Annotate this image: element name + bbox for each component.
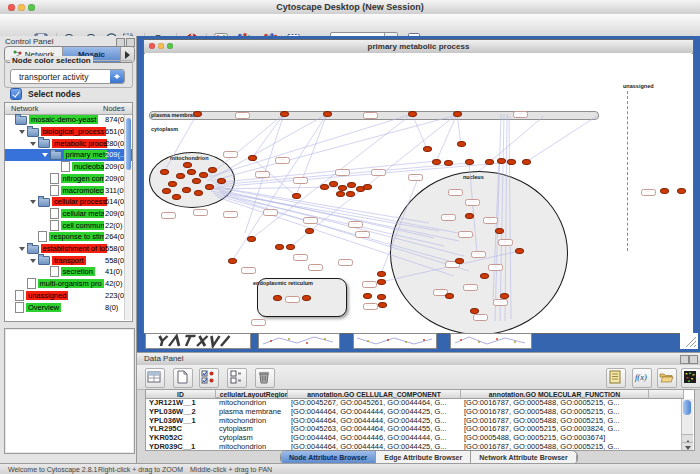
graph-node[interactable] xyxy=(495,228,504,234)
select-all-attributes-icon[interactable] xyxy=(199,368,219,388)
tree-row[interactable]: metabolic process280(0) xyxy=(5,137,133,149)
window-resize-grip[interactable] xyxy=(680,333,698,349)
graph-node[interactable] xyxy=(172,194,181,200)
column-header[interactable]: ID xyxy=(146,390,216,399)
table-cell[interactable]: [GO:0044464, GO:0044444, GO:0044425, G..… xyxy=(288,417,461,426)
close-data-panel-icon[interactable] xyxy=(689,355,698,364)
graph-node[interactable] xyxy=(168,181,177,187)
table-cell[interactable]: mitochondrion xyxy=(216,417,288,426)
table-cell[interactable]: [GO:0016787, GO:0005215, GO:0003824, G..… xyxy=(461,425,649,434)
tree-scrollbar[interactable] xyxy=(124,115,131,320)
column-header[interactable]: annotation.GO CELLULAR_COMPONENT xyxy=(288,390,461,399)
table-cell[interactable]: mitochondrion xyxy=(216,399,288,408)
graph-node[interactable] xyxy=(248,155,257,161)
tree-row[interactable]: cellular process614(0) xyxy=(5,196,133,208)
table-scroll-thumb[interactable] xyxy=(683,400,691,415)
graph-node[interactable] xyxy=(347,182,356,188)
table-cell[interactable]: YLR295C xyxy=(146,425,216,434)
graph-node[interactable] xyxy=(377,271,386,277)
zoom-window-icon[interactable] xyxy=(28,4,35,11)
minimize-icon[interactable] xyxy=(18,4,25,11)
graph-node[interactable] xyxy=(444,160,453,166)
graph-node[interactable] xyxy=(363,184,372,190)
expander-icon[interactable] xyxy=(17,126,27,137)
table-row[interactable]: YPL036W__2plasma membrane[GO:0044464, GO… xyxy=(146,408,694,417)
minimized-window-thumbnail[interactable] xyxy=(450,333,532,349)
table-cell[interactable]: mitochondrion xyxy=(216,443,288,451)
notepad-icon[interactable] xyxy=(606,368,626,388)
table-cell[interactable]: cytoplasm xyxy=(216,434,288,443)
table-cell[interactable]: [GO:0005488, GO:0005215, GO:0003674] xyxy=(461,434,649,443)
graph-node[interactable] xyxy=(162,188,171,194)
graph-node[interactable] xyxy=(205,184,214,190)
expander-icon[interactable] xyxy=(17,243,27,254)
graph-node[interactable] xyxy=(208,167,217,173)
graph-node[interactable] xyxy=(320,184,329,190)
graph-node[interactable] xyxy=(660,188,669,194)
graph-node[interactable] xyxy=(346,191,355,197)
graph-node[interactable] xyxy=(480,273,489,279)
graph-node[interactable] xyxy=(378,302,387,308)
graph-node[interactable] xyxy=(465,213,474,219)
tree-row[interactable]: cell communicat22(0) xyxy=(5,219,133,231)
table-cell[interactable]: plasma membrane xyxy=(216,408,288,417)
graph-node[interactable] xyxy=(302,295,311,301)
table-row[interactable]: YJR121W__1mitochondrion[GO:0045267, GO:0… xyxy=(146,399,694,408)
tree-row[interactable]: nitrogen compou209(0) xyxy=(5,173,133,185)
graph-node[interactable] xyxy=(192,178,201,184)
tree-scroll-thumb[interactable] xyxy=(126,118,131,170)
graph-node[interactable] xyxy=(445,293,454,299)
minimized-window-thumbnail[interactable] xyxy=(353,333,437,349)
tree-row[interactable]: primary metabol209(... xyxy=(5,149,133,161)
graph-node[interactable] xyxy=(457,141,466,147)
tree-row[interactable]: biological_process651(0) xyxy=(5,126,133,138)
graph-node[interactable] xyxy=(470,308,479,314)
table-cell[interactable]: YJR121W__1 xyxy=(146,399,216,408)
table-cell[interactable]: [GO:0044464, GO:0044446, GO:0044444, G..… xyxy=(288,434,461,443)
expander-icon[interactable] xyxy=(28,138,38,149)
table-cell[interactable]: [GO:0016787, GO:0005488, GO:0005215, G..… xyxy=(461,399,649,408)
table-cell[interactable]: [GO:0016787, GO:0005488, GO:0005215, G..… xyxy=(461,417,649,426)
graph-node[interactable] xyxy=(485,159,494,165)
graph-node[interactable] xyxy=(193,111,202,117)
graph-node[interactable] xyxy=(408,111,417,117)
graph-node[interactable] xyxy=(176,173,185,179)
tree-row[interactable]: establishment of lo558(0) xyxy=(5,243,133,255)
close-icon[interactable] xyxy=(8,4,15,11)
select-nodes-checkbox[interactable] xyxy=(10,88,22,100)
graph-node[interactable] xyxy=(247,236,256,242)
graph-node[interactable] xyxy=(323,111,332,117)
tree-row[interactable]: mosaic-demo-yeast874(0) xyxy=(5,114,132,126)
create-attribute-icon[interactable] xyxy=(173,368,193,388)
graph-node[interactable] xyxy=(286,244,295,250)
expander-icon[interactable] xyxy=(28,196,38,207)
table-cell[interactable]: [GO:0044464, GO:0044444, GO:0044425, G..… xyxy=(288,408,461,417)
net-zoom-icon[interactable] xyxy=(167,43,173,49)
graph-node[interactable] xyxy=(423,146,432,152)
table-cell[interactable]: [GO:0045263, GO:0044464, GO:0044455, G..… xyxy=(288,425,461,434)
delete-attribute-trash-icon[interactable] xyxy=(255,368,275,388)
graph-node[interactable] xyxy=(228,258,237,264)
graph-node[interactable] xyxy=(500,293,509,299)
graph-node[interactable] xyxy=(432,159,441,165)
tree-row[interactable]: multi-organism pro42(0) xyxy=(5,278,133,290)
select-attributes-icon[interactable] xyxy=(145,368,165,388)
table-row[interactable]: YPL036W__1mitochondrion[GO:0044464, GO:0… xyxy=(146,417,694,426)
tree-row[interactable]: nucleobase-co209(0) xyxy=(5,161,133,173)
attribute-table[interactable]: ID_cellularLayoutRegionannotation.GO CEL… xyxy=(145,389,695,451)
graph-node[interactable] xyxy=(453,111,462,117)
column-header[interactable]: annotation.GO MOLECULAR_FUNCTION xyxy=(461,390,649,399)
tree-row[interactable]: response to stimulu264(0) xyxy=(5,231,133,243)
tree-row[interactable]: Overview8(0) xyxy=(5,301,132,313)
graph-node[interactable] xyxy=(377,279,386,285)
tree-row[interactable]: macromolecule m311(0) xyxy=(5,184,133,196)
float-data-panel-icon[interactable] xyxy=(680,355,689,364)
graph-node[interactable] xyxy=(522,159,531,165)
birdseye-view-panel[interactable] xyxy=(4,328,135,454)
network-view-window[interactable]: primary metabolic process plasma membran… xyxy=(143,39,694,334)
network-window-titlebar[interactable]: primary metabolic process xyxy=(144,40,693,54)
table-row[interactable]: YKR052Ccytoplasm[GO:0044464, GO:0044446,… xyxy=(146,434,694,443)
table-cell[interactable]: YDR039C__1 xyxy=(146,443,216,451)
graph-node[interactable] xyxy=(160,169,169,175)
tree-row[interactable]: unassigned223(0) xyxy=(5,290,132,302)
